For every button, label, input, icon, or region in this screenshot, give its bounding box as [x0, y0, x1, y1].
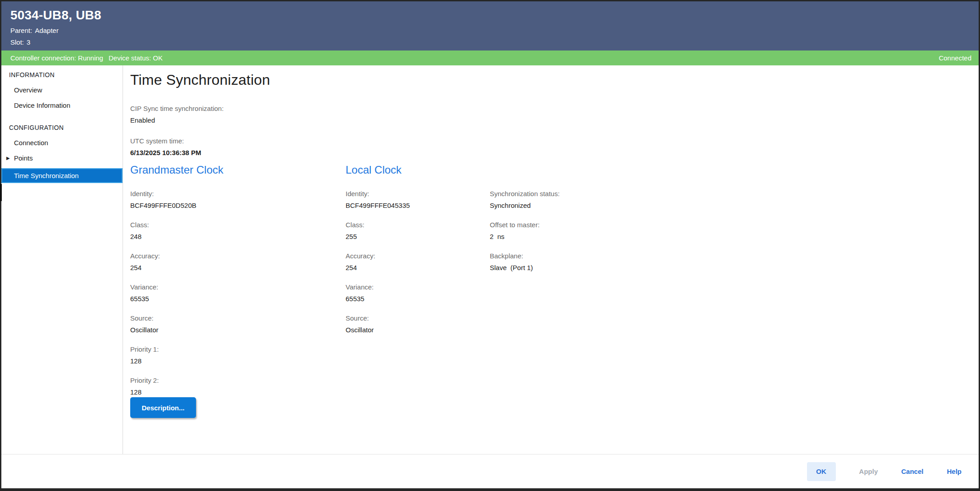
field-gm-priority1: Priority 1: 128	[130, 345, 159, 366]
field-label: Class:	[130, 220, 149, 229]
field-value: Oscillator	[130, 326, 159, 335]
field-value: 6/13/2025 10:36:38 PM	[130, 148, 201, 157]
field-local-variance: Variance: 65535	[346, 283, 374, 303]
field-label: Variance:	[130, 283, 158, 292]
field-utc-time: UTC system time: 6/13/2025 10:36:38 PM	[130, 137, 201, 157]
parent-line: Parent:Adapter	[10, 26, 970, 35]
field-label: Accuracy:	[130, 252, 160, 261]
field-label: Identity:	[346, 189, 410, 198]
slot-line: Slot:3	[10, 38, 970, 47]
field-value: 128	[130, 357, 159, 366]
field-label: Source:	[130, 314, 159, 323]
field-gm-identity: Identity: BCF499FFFE0D520B	[130, 189, 196, 210]
field-local-class: Class: 255	[346, 220, 365, 241]
field-value: 254	[346, 263, 375, 272]
field-gm-source: Source: Oscillator	[130, 314, 159, 335]
field-value: 254	[130, 263, 160, 272]
help-button[interactable]: Help	[947, 468, 962, 475]
grandmaster-clock-heading: Grandmaster Clock	[130, 163, 223, 177]
field-sync-status: Synchronization status: Synchronized	[490, 189, 560, 210]
field-label: Accuracy:	[346, 252, 375, 261]
sidebar-item-label: Time Synchronization	[14, 172, 79, 179]
field-local-source: Source: Oscillator	[346, 314, 374, 335]
field-value: BCF499FFFE045335	[346, 201, 410, 210]
field-label: UTC system time:	[130, 137, 201, 146]
field-value: Oscillator	[346, 326, 374, 335]
sidebar-item-label: Points	[14, 154, 33, 162]
field-gm-variance: Variance: 65535	[130, 283, 158, 303]
field-backplane: Backplane: Slave (Port 1)	[490, 252, 533, 272]
field-label: Backplane:	[490, 252, 533, 261]
field-label: Synchronization status:	[490, 189, 560, 198]
local-clock-heading: Local Clock	[346, 163, 401, 177]
sidebar-section-configuration: CONFIGURATION	[1, 120, 123, 135]
sidebar-item-time-synchronization[interactable]: Time Synchronization	[1, 168, 123, 183]
field-value: BCF499FFFE0D520B	[130, 201, 196, 210]
device-properties-window: 5034-UB8, UB8 Parent:Adapter Slot:3 Cont…	[0, 0, 980, 491]
field-label: Class:	[346, 220, 365, 229]
description-button[interactable]: Description...	[130, 397, 196, 418]
sidebar-item-points[interactable]: ▶ Points	[1, 151, 123, 166]
sidebar-section-information: INFORMATION	[1, 67, 123, 83]
field-label: Priority 1:	[130, 345, 159, 354]
field-gm-priority2: Priority 2: 128	[130, 376, 159, 397]
footer: OK Apply Cancel Help	[1, 454, 979, 488]
field-label: Offset to master:	[490, 220, 540, 229]
cancel-button[interactable]: Cancel	[901, 468, 923, 475]
page-title: Time Synchronization	[130, 70, 270, 90]
status-bar: Controller connection: Running Device st…	[1, 50, 979, 65]
field-value: 65535	[130, 294, 158, 303]
main-content: Time Synchronization CIP Sync time synch…	[123, 65, 979, 454]
field-offset-to-master: Offset to master: 2 ns	[490, 220, 540, 241]
field-value: Enabled	[130, 116, 223, 125]
ok-button[interactable]: OK	[807, 462, 836, 481]
header: 5034-UB8, UB8 Parent:Adapter Slot:3	[1, 1, 979, 50]
field-value: 2 ns	[490, 232, 540, 241]
field-value: Slave (Port 1)	[490, 263, 533, 272]
connection-state-badge: Connected	[939, 54, 971, 62]
field-value: 65535	[346, 294, 374, 303]
field-local-identity: Identity: BCF499FFFE045335	[346, 189, 410, 210]
expand-triangle-icon[interactable]: ▶	[6, 151, 10, 166]
field-value: 248	[130, 232, 149, 241]
sidebar-item-device-information[interactable]: Device Information	[1, 98, 123, 113]
field-label: Priority 2:	[130, 376, 159, 385]
field-gm-class: Class: 248	[130, 220, 149, 241]
slot-label: Slot:	[10, 38, 24, 46]
sidebar-item-overview[interactable]: Overview	[1, 83, 123, 98]
field-label: Identity:	[130, 189, 196, 198]
slot-value: 3	[27, 38, 30, 46]
field-label: CIP Sync time synchronization:	[130, 104, 223, 113]
device-title: 5034-UB8, UB8	[10, 8, 970, 23]
sidebar: INFORMATION Overview Device Information …	[1, 65, 123, 454]
parent-label: Parent:	[10, 27, 32, 34]
field-cip-sync: CIP Sync time synchronization: Enabled	[130, 104, 223, 125]
field-local-accuracy: Accuracy: 254	[346, 252, 375, 272]
field-value: 255	[346, 232, 365, 241]
field-value: 128	[130, 388, 159, 397]
field-value: Synchronized	[490, 201, 560, 210]
left-edge-mark	[0, 184, 2, 201]
field-label: Source:	[346, 314, 374, 323]
device-status: Device status: OK	[109, 54, 163, 62]
body: INFORMATION Overview Device Information …	[1, 65, 979, 454]
parent-value: Adapter	[35, 27, 59, 34]
sidebar-item-connection[interactable]: Connection	[1, 135, 123, 151]
controller-connection-status: Controller connection: Running	[10, 54, 103, 62]
apply-button[interactable]: Apply	[859, 468, 878, 475]
field-gm-accuracy: Accuracy: 254	[130, 252, 160, 272]
field-label: Variance:	[346, 283, 374, 292]
